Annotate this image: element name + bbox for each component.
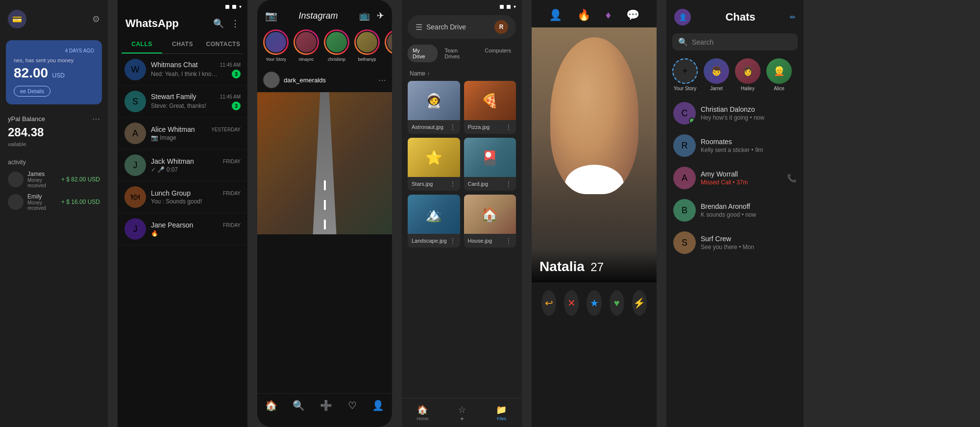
instagram-camera-icon[interactable]: 📷 [265, 10, 277, 22]
tinder-card[interactable]: Natalia 27 [532, 27, 657, 282]
chat-item-jack[interactable]: J Jack Whitman FRIDAY ✓ 🎤 0:07 [118, 150, 247, 181]
insta-heart-icon[interactable]: ♡ [348, 400, 357, 411]
chats-user-avatar[interactable]: 👤 [674, 9, 691, 25]
story-as[interactable]: as... [385, 29, 392, 62]
messenger-chat-brendan[interactable]: B Brendan Aronoff K sounds good • now [666, 194, 804, 226]
drive-file-more-card[interactable]: ⋮ [505, 180, 512, 188]
messenger-chat-christian[interactable]: C Christian Dalonzo Hey how's it going •… [666, 97, 804, 129]
story-name-your: Your Story [266, 57, 286, 62]
messenger-chat-roomates[interactable]: R Roomates Kelly sent a sticker • 9m [666, 129, 804, 162]
messenger-chat-surf[interactable]: S Surf Crew See you there • Mon [666, 226, 804, 259]
drive-file-house[interactable]: 🏠 House.jpg ⋮ [464, 195, 516, 248]
chat-item-whitmans[interactable]: W Whitmans Chat 11:45 AM Ned: Yeah, I th… [118, 54, 247, 86]
insta-home-icon[interactable]: 🏠 [265, 400, 277, 411]
instagram-post-author-row[interactable]: dark_emeralds ⋯ [257, 68, 392, 92]
drive-tab-team[interactable]: Team Drives [440, 45, 478, 62]
messenger-chat-amy[interactable]: A Amy Worrall Missed Call • 37m 📞 [666, 162, 804, 194]
transaction-emily[interactable]: Emily Money received + $ 16.00 USD [8, 193, 100, 211]
story-ninaync[interactable]: ninaync [294, 29, 319, 62]
chat-item-alice[interactable]: A Alice Whitman YESTERDAY 📷 Image [118, 118, 247, 150]
instagram-tv-icon[interactable]: 📺 [359, 10, 370, 21]
paypal-available-text: vailable [8, 141, 100, 147]
tinder-profile-icon[interactable]: 👤 [549, 9, 562, 22]
story-avatar-hailey: 👩 [735, 58, 760, 84]
whatsapp-search-icon[interactable]: 🔍 [213, 18, 224, 29]
drive-sort-label[interactable]: Name [410, 70, 425, 77]
drive-nav-files[interactable]: 📁 Files [496, 404, 507, 421]
whatsapp-more-icon[interactable]: ⋮ [231, 18, 240, 29]
paypal-balance-section: yPal Balance ⋯ 284.38 vailable [0, 108, 108, 153]
drive-file-name-pizza: Pizza.jpg [468, 124, 490, 130]
chat-preview-alice: 📷 Image [151, 134, 176, 141]
paypal-days-ago: 4 DAYS AGO [14, 48, 94, 53]
chat-preview-stewart: Steve: Great, thanks! [151, 102, 206, 109]
paypal-balance-header: yPal Balance ⋯ [8, 114, 100, 124]
story-avatar-ninaync [295, 31, 318, 53]
paypal-amount-row: 82.00 USD [14, 65, 94, 81]
drive-hamburger-icon[interactable]: ☰ [416, 23, 422, 32]
drive-tab-my-drive[interactable]: My Drive [408, 45, 438, 62]
chat-avatar-jack: J [124, 154, 146, 176]
messenger-story-add[interactable]: + Your Story [672, 58, 698, 91]
transaction-james[interactable]: James Money received + $ 82.00 USD [8, 171, 100, 188]
drive-file-astronaut[interactable]: 🧑‍🚀 Astronaut.jpg ⋮ [408, 81, 460, 134]
transaction-type-emily: Money received [27, 200, 61, 211]
messenger-avatar-surf: S [673, 231, 696, 254]
story-your[interactable]: Your Story [263, 29, 289, 62]
add-story-button[interactable]: + [672, 58, 698, 84]
insta-add-icon[interactable]: ➕ [320, 400, 332, 411]
chat-time-whitmans: 11:45 AM [220, 62, 241, 68]
tinder-diamond-icon[interactable]: ♦ [606, 9, 611, 22]
tab-calls[interactable]: CALLS [122, 36, 162, 53]
tinder-actions: ↩ ✕ ★ ♥ ⚡ [532, 282, 657, 324]
tinder-superlike-button[interactable]: ★ [587, 290, 601, 316]
drive-file-more-astronaut[interactable]: ⋮ [449, 123, 456, 131]
drive-search-placeholder[interactable]: Search Drive [426, 23, 494, 31]
drive-file-more-landscape[interactable]: ⋮ [449, 237, 456, 245]
balance-menu-icon[interactable]: ⋯ [92, 114, 100, 124]
drive-tab-computers[interactable]: Computers [480, 45, 516, 62]
chat-item-stewart[interactable]: S Stewart Family 11:45 AM Steve: Great, … [118, 86, 247, 118]
drive-file-more-house[interactable]: ⋮ [505, 237, 512, 245]
drive-file-pizza[interactable]: 🍕 Pizza.jpg ⋮ [464, 81, 516, 134]
messenger-story-jarret[interactable]: 👦 Jarret [704, 58, 729, 91]
online-dot-christian [689, 118, 695, 124]
drive-nav-starred[interactable]: ☆ ★ [458, 404, 466, 421]
drive-search-bar[interactable]: ☰ Search Drive R [408, 15, 516, 39]
chats-edit-icon[interactable]: ✏ [790, 13, 796, 21]
chat-item-jane[interactable]: J Jane Pearson FRIDAY 🔥 [118, 213, 247, 245]
tab-contacts[interactable]: CONTACTS [203, 36, 244, 53]
drive-nav-home[interactable]: 🏠 Home [416, 404, 428, 421]
story-bethanyp[interactable]: bethanyp [354, 29, 380, 62]
story-chrisrobinp[interactable]: chrisbinp [324, 29, 349, 62]
drive-file-landscape[interactable]: 🏔️ Landscape.jpg ⋮ [408, 195, 460, 248]
drive-sort-arrow-icon[interactable]: ↑ [427, 71, 430, 76]
drive-file-card[interactable]: 🎴 Card.jpg ⋮ [464, 138, 516, 191]
messenger-story-hailey[interactable]: 👩 Hailey [735, 58, 760, 91]
messenger-story-alice[interactable]: 👱 Alice [766, 58, 792, 91]
drive-file-info-house: House.jpg ⋮ [464, 234, 516, 248]
chats-search-bar[interactable]: 🔍 Search [672, 33, 798, 50]
insta-profile-icon[interactable]: 👤 [372, 400, 384, 411]
tinder-nope-button[interactable]: ✕ [564, 290, 579, 316]
instagram-send-icon[interactable]: ✈ [377, 10, 384, 21]
tinder-chat-icon[interactable]: 💬 [626, 9, 639, 22]
drive-file-more-pizza[interactable]: ⋮ [505, 123, 512, 131]
tinder-boost-button[interactable]: ⚡ [632, 290, 647, 316]
insta-search-icon[interactable]: 🔍 [293, 400, 305, 411]
tab-chats[interactable]: CHATS [162, 36, 203, 53]
tinder-flame-icon[interactable]: 🔥 [577, 9, 590, 22]
settings-icon[interactable]: ⚙ [92, 14, 100, 25]
drive-user-circle[interactable]: R [494, 20, 508, 34]
drive-file-stars[interactable]: ⭐ Stars.jpg ⋮ [408, 138, 460, 191]
paypal-details-button[interactable]: ee Details [14, 86, 50, 97]
post-more-icon[interactable]: ⋯ [378, 75, 386, 85]
tinder-undo-button[interactable]: ↩ [541, 290, 556, 316]
paypal-avatar[interactable]: 💳 [8, 10, 26, 28]
drive-file-more-stars[interactable]: ⋮ [449, 180, 456, 188]
chat-item-lunch[interactable]: 🍽 Lunch Group FRIDAY You : Sounds good! [118, 181, 247, 213]
story-avatar-jarret: 👦 [704, 58, 729, 84]
tinder-like-button[interactable]: ♥ [610, 290, 624, 316]
paypal-activity: activity James Money received + $ 82.00 … [0, 153, 108, 222]
story-ring-as [385, 29, 392, 55]
